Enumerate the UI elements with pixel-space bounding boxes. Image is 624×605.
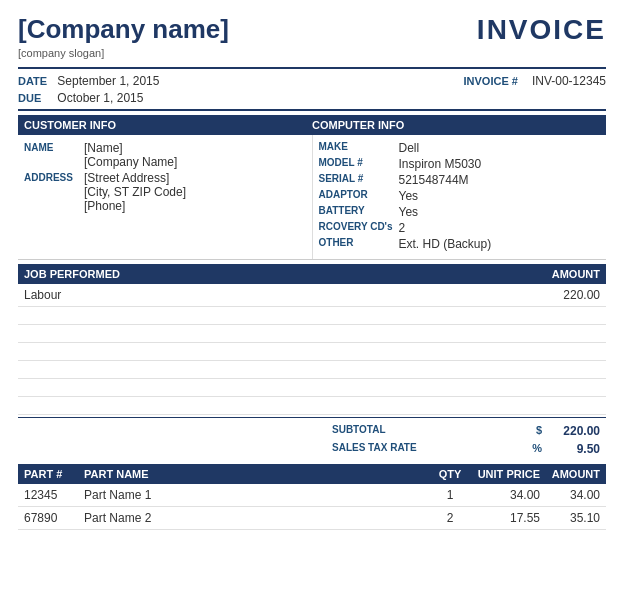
job-row bbox=[18, 343, 606, 361]
meta-left: DATE September 1, 2015 DUE October 1, 20… bbox=[18, 74, 159, 105]
parts-header: PART # PART NAME QTY UNIT PRICE AMOUNT bbox=[18, 464, 606, 484]
company-name: [Company name] bbox=[18, 14, 229, 45]
due-value: October 1, 2015 bbox=[57, 91, 143, 105]
subtotal-section: SUBTOTAL $ 220.00 SALES TAX RATE % 9.50 bbox=[18, 417, 606, 458]
tax-row: SALES TAX RATE % 9.50 bbox=[326, 440, 606, 458]
part-amount: 34.00 bbox=[540, 488, 600, 502]
subtotal-symbol: $ bbox=[536, 424, 542, 438]
part-unit-price: 34.00 bbox=[470, 488, 540, 502]
address-value: [Street Address] [City, ST ZIP Code] [Ph… bbox=[84, 171, 186, 213]
tax-symbol: % bbox=[532, 442, 542, 456]
subtotal-row: SUBTOTAL $ 220.00 bbox=[326, 422, 606, 440]
address-row: ADDRESS [Street Address] [City, ST ZIP C… bbox=[24, 171, 306, 213]
comp-row: MAKEDell bbox=[319, 141, 601, 155]
comp-row: RCOVERY CD's2 bbox=[319, 221, 601, 235]
comp-value: 521548744M bbox=[399, 173, 469, 187]
tax-value: 9.50 bbox=[550, 442, 600, 456]
comp-row: SERIAL #521548744M bbox=[319, 173, 601, 187]
parts-header-qty: QTY bbox=[430, 468, 470, 480]
parts-row: 12345 Part Name 1 1 34.00 34.00 bbox=[18, 484, 606, 507]
job-row: Labour220.00 bbox=[18, 284, 606, 307]
part-name: Part Name 1 bbox=[84, 488, 430, 502]
job-row bbox=[18, 325, 606, 343]
computer-info: MAKEDellMODEL #Inspiron M5030SERIAL #521… bbox=[313, 135, 607, 259]
parts-header-name: PART NAME bbox=[84, 468, 430, 480]
due-label: DUE bbox=[18, 92, 48, 104]
job-description: Labour bbox=[24, 288, 61, 302]
invoice-page: [Company name] [company slogan] INVOICE … bbox=[0, 0, 624, 540]
comp-label: BATTERY bbox=[319, 205, 399, 219]
comp-row: ADAPTORYes bbox=[319, 189, 601, 203]
name-label: NAME bbox=[24, 141, 84, 153]
date-row: DATE September 1, 2015 bbox=[18, 74, 159, 88]
comp-row: MODEL #Inspiron M5030 bbox=[319, 157, 601, 171]
job-rows: Labour220.00 bbox=[18, 284, 606, 415]
name-row: NAME [Name] [Company Name] bbox=[24, 141, 306, 169]
comp-label: SERIAL # bbox=[319, 173, 399, 187]
meta-row: DATE September 1, 2015 DUE October 1, 20… bbox=[18, 74, 606, 105]
comp-value: Yes bbox=[399, 189, 419, 203]
subtotal-value: 220.00 bbox=[550, 424, 600, 438]
parts-header-unit-price: UNIT PRICE bbox=[470, 468, 540, 480]
date-value: September 1, 2015 bbox=[57, 74, 159, 88]
part-unit-price: 17.55 bbox=[470, 511, 540, 525]
info-section-header: CUSTOMER INFO COMPUTER INFO bbox=[18, 115, 606, 135]
comp-value: Ext. HD (Backup) bbox=[399, 237, 492, 251]
part-qty: 1 bbox=[430, 488, 470, 502]
meta-right: INVOICE # INV-00-12345 bbox=[464, 74, 606, 88]
invoice-hash-label: INVOICE # bbox=[464, 75, 518, 87]
header: [Company name] [company slogan] INVOICE bbox=[18, 14, 606, 59]
customer-info: NAME [Name] [Company Name] ADDRESS [Stre… bbox=[18, 135, 313, 259]
date-label: DATE bbox=[18, 75, 48, 87]
comp-label: OTHER bbox=[319, 237, 399, 251]
comp-value: Dell bbox=[399, 141, 420, 155]
part-name: Part Name 2 bbox=[84, 511, 430, 525]
part-qty: 2 bbox=[430, 511, 470, 525]
job-row bbox=[18, 379, 606, 397]
comp-row: OTHERExt. HD (Backup) bbox=[319, 237, 601, 251]
part-number: 67890 bbox=[24, 511, 84, 525]
parts-header-part: PART # bbox=[24, 468, 84, 480]
comp-value: Yes bbox=[399, 205, 419, 219]
subtotal-table: SUBTOTAL $ 220.00 SALES TAX RATE % 9.50 bbox=[326, 422, 606, 458]
due-row: DUE October 1, 2015 bbox=[18, 91, 159, 105]
info-section: NAME [Name] [Company Name] ADDRESS [Stre… bbox=[18, 135, 606, 260]
header-divider bbox=[18, 67, 606, 69]
tax-label: SALES TAX RATE bbox=[332, 442, 532, 456]
amount-header-label: AMOUNT bbox=[552, 268, 600, 280]
customer-info-header: CUSTOMER INFO bbox=[24, 119, 312, 131]
job-row bbox=[18, 397, 606, 415]
comp-label: MAKE bbox=[319, 141, 399, 155]
comp-value: 2 bbox=[399, 221, 406, 235]
job-row bbox=[18, 361, 606, 379]
comp-label: ADAPTOR bbox=[319, 189, 399, 203]
name-value: [Name] [Company Name] bbox=[84, 141, 177, 169]
job-section-header: JOB PERFORMED AMOUNT bbox=[18, 264, 606, 284]
job-performed-label: JOB PERFORMED bbox=[24, 268, 120, 280]
meta-divider bbox=[18, 109, 606, 111]
company-slogan: [company slogan] bbox=[18, 47, 229, 59]
subtotal-label: SUBTOTAL bbox=[332, 424, 536, 438]
parts-row: 67890 Part Name 2 2 17.55 35.10 bbox=[18, 507, 606, 530]
job-row bbox=[18, 307, 606, 325]
parts-rows: 12345 Part Name 1 1 34.00 34.00 67890 Pa… bbox=[18, 484, 606, 530]
comp-label: MODEL # bbox=[319, 157, 399, 171]
job-amount: 220.00 bbox=[563, 288, 600, 302]
address-label: ADDRESS bbox=[24, 171, 84, 183]
comp-value: Inspiron M5030 bbox=[399, 157, 482, 171]
part-amount: 35.10 bbox=[540, 511, 600, 525]
company-block: [Company name] [company slogan] bbox=[18, 14, 229, 59]
comp-row: BATTERYYes bbox=[319, 205, 601, 219]
parts-header-amount: AMOUNT bbox=[540, 468, 600, 480]
invoice-number: INV-00-12345 bbox=[532, 74, 606, 88]
computer-info-header: COMPUTER INFO bbox=[312, 119, 600, 131]
part-number: 12345 bbox=[24, 488, 84, 502]
comp-label: RCOVERY CD's bbox=[319, 221, 399, 235]
invoice-title: INVOICE bbox=[477, 14, 606, 46]
